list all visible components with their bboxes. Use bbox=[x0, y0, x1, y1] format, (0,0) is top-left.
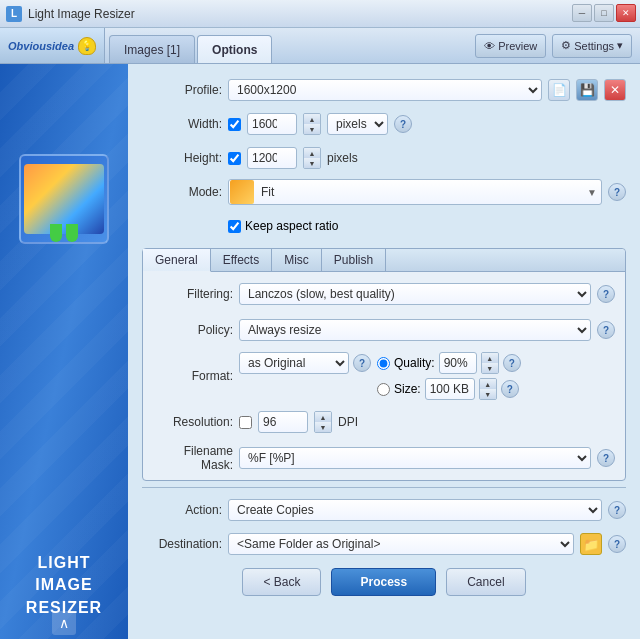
policy-label: Policy: bbox=[153, 323, 233, 337]
settings-label: Settings bbox=[574, 40, 614, 52]
resolution-unit-label: DPI bbox=[338, 415, 358, 429]
height-label: Height: bbox=[142, 151, 222, 165]
tab-publish[interactable]: Publish bbox=[322, 249, 386, 271]
destination-help-button[interactable]: ? bbox=[608, 535, 626, 553]
sidebar-brand-text: LIGHT IMAGE RESIZER bbox=[26, 552, 102, 619]
sidebar-ribbon bbox=[50, 224, 78, 242]
width-unit-dropdown[interactable]: pixels bbox=[327, 113, 388, 135]
quality-input[interactable] bbox=[439, 352, 477, 374]
main-area: LIGHT IMAGE RESIZER ∧ Profile: 1600x1200… bbox=[0, 64, 640, 639]
width-label: Width: bbox=[142, 117, 222, 131]
size-help-button[interactable]: ? bbox=[501, 380, 519, 398]
gear-icon: ⚙ bbox=[561, 39, 571, 52]
profile-delete-button[interactable]: ✕ bbox=[604, 79, 626, 101]
height-control-group: ▲ ▼ pixels bbox=[228, 147, 626, 169]
toolbar-actions: 👁 Preview ⚙ Settings ▾ bbox=[475, 28, 640, 63]
sidebar-arrow-icon[interactable]: ∧ bbox=[52, 611, 76, 635]
height-unit-label: pixels bbox=[327, 151, 358, 165]
destination-control-group: <Same Folder as Original> 📁 ? bbox=[228, 533, 626, 555]
size-input[interactable] bbox=[425, 378, 475, 400]
profile-save-button[interactable]: 💾 bbox=[576, 79, 598, 101]
logo-area: Obviousidea 💡 bbox=[0, 28, 105, 63]
mode-control-group: Fit ▼ ? bbox=[228, 179, 626, 205]
filename-help-button[interactable]: ? bbox=[597, 449, 615, 467]
inner-tabs-container: General Effects Misc Publish Filtering: … bbox=[142, 248, 626, 481]
action-control-group: Create Copies ? bbox=[228, 499, 626, 521]
height-down-button[interactable]: ▼ bbox=[304, 158, 320, 168]
preview-button[interactable]: 👁 Preview bbox=[475, 34, 546, 58]
tab-effects[interactable]: Effects bbox=[211, 249, 272, 271]
process-button[interactable]: Process bbox=[331, 568, 436, 596]
close-button[interactable]: ✕ bbox=[616, 4, 636, 22]
destination-dropdown[interactable]: <Same Folder as Original> bbox=[228, 533, 574, 555]
filename-dropdown[interactable]: %F [%P] bbox=[239, 447, 591, 469]
aspect-ratio-label: Keep aspect ratio bbox=[245, 219, 338, 233]
quality-help-button[interactable]: ? bbox=[503, 354, 521, 372]
preview-icon: 👁 bbox=[484, 40, 495, 52]
destination-folder-button[interactable]: 📁 bbox=[580, 533, 602, 555]
size-radio[interactable] bbox=[377, 383, 390, 396]
logo-bulb-icon: 💡 bbox=[78, 37, 96, 55]
width-checkbox[interactable] bbox=[228, 118, 241, 131]
format-dropdown[interactable]: as Original bbox=[239, 352, 349, 374]
filename-label: Filename Mask: bbox=[153, 444, 233, 472]
size-label: Size: bbox=[394, 382, 421, 396]
cancel-button[interactable]: Cancel bbox=[446, 568, 525, 596]
bottom-section: Action: Create Copies ? Destination: <Sa… bbox=[142, 487, 626, 558]
width-down-button[interactable]: ▼ bbox=[304, 124, 320, 134]
policy-help-button[interactable]: ? bbox=[597, 321, 615, 339]
ribbon-left bbox=[50, 224, 62, 242]
resolution-up-button[interactable]: ▲ bbox=[315, 412, 331, 422]
tab-general[interactable]: General bbox=[143, 249, 211, 272]
preview-label: Preview bbox=[498, 40, 537, 52]
filtering-help-button[interactable]: ? bbox=[597, 285, 615, 303]
format-label: Format: bbox=[153, 369, 233, 383]
policy-control-group: Always resize ? bbox=[239, 319, 615, 341]
profile-dropdown[interactable]: 1600x1200 bbox=[228, 79, 542, 101]
format-help-button[interactable]: ? bbox=[353, 354, 371, 372]
action-help-button[interactable]: ? bbox=[608, 501, 626, 519]
filtering-dropdown[interactable]: Lanczos (slow, best quality) bbox=[239, 283, 591, 305]
mode-row: Mode: Fit ▼ ? bbox=[142, 178, 626, 206]
maximize-button[interactable]: □ bbox=[594, 4, 614, 22]
height-input[interactable] bbox=[247, 147, 297, 169]
width-input[interactable] bbox=[247, 113, 297, 135]
back-button[interactable]: < Back bbox=[242, 568, 321, 596]
resolution-spinner: ▲ ▼ bbox=[314, 411, 332, 433]
filtering-row: Filtering: Lanczos (slow, best quality) … bbox=[153, 280, 615, 308]
ribbon-right bbox=[66, 224, 78, 242]
mode-help-button[interactable]: ? bbox=[608, 183, 626, 201]
mode-thumbnail bbox=[230, 180, 254, 204]
resolution-checkbox[interactable] bbox=[239, 416, 252, 429]
size-up-button[interactable]: ▲ bbox=[480, 379, 496, 389]
quality-down-button[interactable]: ▼ bbox=[482, 363, 498, 373]
width-spinner: ▲ ▼ bbox=[303, 113, 321, 135]
content-area: Profile: 1600x1200 📄 💾 ✕ Width: ▲ ▼ bbox=[128, 64, 640, 639]
resolution-row: Resolution: ▲ ▼ DPI bbox=[153, 408, 615, 436]
inner-tabs-header: General Effects Misc Publish bbox=[143, 249, 625, 272]
quality-up-button[interactable]: ▲ bbox=[482, 353, 498, 363]
toolbar: Obviousidea 💡 Images [1] Options 👁 Previ… bbox=[0, 28, 640, 64]
tab-options[interactable]: Options bbox=[197, 35, 272, 63]
settings-button[interactable]: ⚙ Settings ▾ bbox=[552, 34, 632, 58]
width-help-button[interactable]: ? bbox=[394, 115, 412, 133]
height-up-button[interactable]: ▲ bbox=[304, 148, 320, 158]
policy-row: Policy: Always resize ? bbox=[153, 316, 615, 344]
aspect-ratio-checkbox[interactable] bbox=[228, 220, 241, 233]
resolution-down-button[interactable]: ▼ bbox=[315, 422, 331, 432]
resolution-input[interactable] bbox=[258, 411, 308, 433]
policy-dropdown[interactable]: Always resize bbox=[239, 319, 591, 341]
size-down-button[interactable]: ▼ bbox=[480, 389, 496, 399]
tab-images[interactable]: Images [1] bbox=[109, 35, 195, 63]
minimize-button[interactable]: ─ bbox=[572, 4, 592, 22]
width-control-group: ▲ ▼ pixels ? bbox=[228, 113, 626, 135]
aspect-ratio-row: Keep aspect ratio bbox=[142, 212, 626, 240]
mode-dropdown-wrapper[interactable]: Fit ▼ bbox=[228, 179, 602, 205]
quality-radio[interactable] bbox=[377, 357, 390, 370]
general-tab-content: Filtering: Lanczos (slow, best quality) … bbox=[143, 272, 625, 480]
height-checkbox[interactable] bbox=[228, 152, 241, 165]
profile-new-button[interactable]: 📄 bbox=[548, 79, 570, 101]
tab-misc[interactable]: Misc bbox=[272, 249, 322, 271]
width-up-button[interactable]: ▲ bbox=[304, 114, 320, 124]
action-dropdown[interactable]: Create Copies bbox=[228, 499, 602, 521]
